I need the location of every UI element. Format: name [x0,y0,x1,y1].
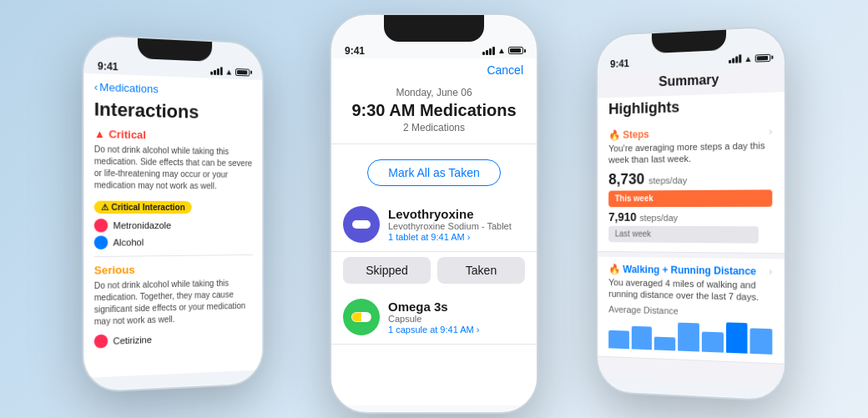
distance-bar-1 [632,325,653,350]
drug-item-1: Metronidazole [94,218,253,232]
this-week-bar: This week [608,189,772,206]
steps-desc: You're averaging more steps a day this w… [608,138,772,165]
this-week-bar-label: This week [615,194,654,203]
chevron-right-steps: › [769,125,772,137]
steps-unit-2: steps/day [639,212,678,222]
signal-icon-left [210,66,223,74]
taken-button[interactable]: Taken [437,257,525,284]
last-week-steps-value: 7,910 steps/day [608,209,772,223]
med-date: Monday, June 06 [345,87,523,98]
chevron-back-icon: ‹ [94,80,98,93]
serious-warning-text: Do not drink alcohol while taking this m… [94,277,253,328]
back-link[interactable]: ‹ Medications [94,80,253,98]
badge-warning-icon: ⚠ [101,202,108,211]
critical-badge: ⚠ Critical Interaction [94,200,192,213]
skip-button[interactable]: Skipped [343,257,431,284]
center-phone-content: Cancel Monday, June 06 9:30 AM Medicatio… [331,58,537,405]
phone-left: 9:41 ▲ ‹ Medications Interactions ▲ Cr [82,33,264,393]
med-item-2: Omega 3s Capsule 1 capsule at 9:41 AM › [331,290,537,345]
med-icon-1 [343,206,380,243]
flame-icon: 🔥 [608,128,620,140]
distance-bar-5 [726,322,748,353]
med-dose-2[interactable]: 1 capsule at 9:41 AM › [388,325,525,335]
critical-title: ▲ Critical [94,127,253,143]
distance-bar-6 [750,328,773,355]
chevron-right-icon-2: › [477,325,480,335]
capsule-icon [351,312,371,322]
distance-chart [608,317,772,356]
steps-header: 🔥 Steps › [608,125,772,140]
distance-bar-3 [678,322,699,351]
med-actions-1: Skipped Taken [331,252,537,290]
warning-icon: ▲ [94,127,105,140]
battery-icon-right [755,53,771,62]
cancel-button[interactable]: Cancel [331,58,537,80]
wifi-icon-left: ▲ [225,66,234,75]
med-subtitle-1: Levothyroxine Sodium - Tablet [388,221,525,231]
notch-center [384,15,484,42]
med-item-1: Levothryoxine Levothyroxine Sodium - Tab… [331,198,537,252]
mark-all-button[interactable]: Mark All as Taken [367,159,501,186]
battery-icon-left [235,68,250,76]
med-info-2: Omega 3s Capsule 1 capsule at 9:41 AM › [388,300,525,335]
status-icons-left: ▲ [210,66,250,77]
med-time-title: 9:30 AM Medications [345,100,523,120]
phones-container: 9:41 ▲ ‹ Medications Interactions ▲ Cr [58,13,810,405]
last-week-bar: Last week [608,225,759,243]
this-week-bar-container: This week [608,189,772,206]
distance-bar-4 [702,331,724,352]
distance-label: 🔥 Walking + Running Distance [608,263,756,277]
drug-item-3: Cetirizine [94,329,253,348]
last-week-bar-container: Last week [608,225,772,243]
time-left: 9:41 [98,60,119,73]
steps-card: 🔥 Steps › You're averaging more steps a … [598,118,785,254]
steps-label: 🔥 Steps [608,128,649,141]
divider-1 [94,254,253,256]
drug-item-2: Alcohol [94,234,253,249]
signal-icon-right [729,54,741,63]
right-phone-content: Summary Highlights 🔥 Steps › You're aver… [598,64,785,386]
page-title-left: Interactions [94,98,253,123]
status-icons-right: ▲ [729,53,770,63]
chevron-right-icon-1: › [467,232,471,242]
phone-right: 9:41 ▲ Summary Highlights [596,24,786,401]
drug-dot-2 [94,235,108,249]
status-bar-center: 9:41 ▲ [331,42,537,58]
wifi-icon-center: ▲ [497,46,506,55]
mark-all-container: Mark All as Taken [331,144,537,198]
med-subtitle-2: Capsule [388,314,525,324]
drug-dot-3 [94,334,108,348]
distance-header: 🔥 Walking + Running Distance › [608,263,772,277]
steps-unit-1: steps/day [648,174,687,184]
distance-bar-2 [654,336,675,350]
med-name-2: Omega 3s [388,300,525,314]
critical-warning-text: Do not drink alcohol while taking this m… [94,144,253,192]
distance-highlight[interactable]: 🔥 Walking + Running Distance › You avera… [598,256,785,365]
notch-right [652,29,726,53]
notch-left [138,38,212,61]
med-count: 2 Medications [345,122,523,133]
distance-card: 🔥 Walking + Running Distance › You avera… [598,256,785,365]
battery-icon-center [508,47,523,54]
med-header: Monday, June 06 9:30 AM Medications 2 Me… [331,80,537,144]
med-icon-2 [343,299,380,335]
time-center: 9:41 [345,45,365,57]
med-name-1: Levothryoxine [388,207,525,221]
avg-distance-label: Average Distance [608,304,772,318]
med-dose-1[interactable]: 1 tablet at 9:41 AM › [388,232,525,242]
last-week-bar-label: Last week [615,229,651,238]
this-week-steps-value: 8,730 steps/day [608,169,772,188]
phone-center: 9:41 ▲ Cancel Monday, June 06 9:30 AM Me… [330,13,538,414]
time-right: 9:41 [610,58,629,70]
status-icons-center: ▲ [482,46,523,55]
distance-bar-0 [608,330,628,348]
drug-dot-1 [94,219,108,232]
walk-icon: 🔥 [608,263,620,274]
distance-desc: You averaged 4 miles of walking and runn… [608,275,772,303]
med-info-1: Levothryoxine Levothyroxine Sodium - Tab… [388,207,525,242]
chevron-right-distance: › [769,264,772,276]
pill-icon [352,220,371,229]
steps-highlight[interactable]: 🔥 Steps › You're averaging more steps a … [598,118,785,254]
wifi-icon-right: ▲ [744,53,752,63]
serious-title: Serious [94,261,253,276]
